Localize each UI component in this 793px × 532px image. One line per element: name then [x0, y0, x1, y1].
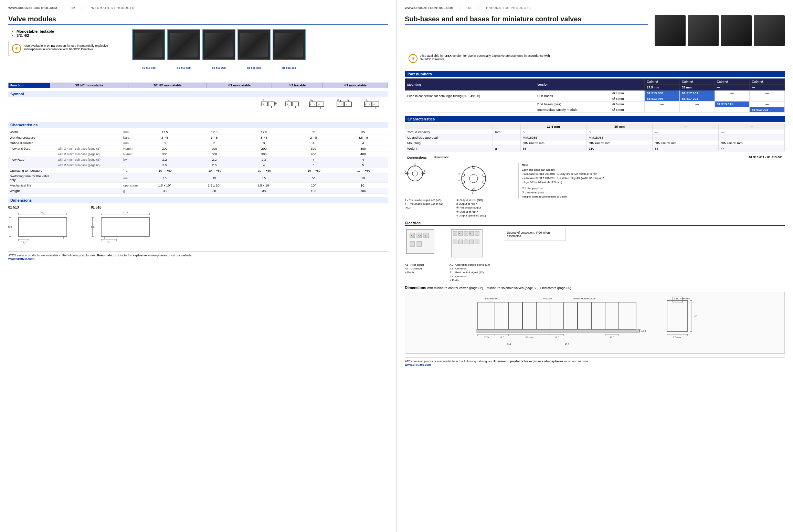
- svg-rect-132: [564, 302, 578, 330]
- char-row-switch: Switching time for the valve only ms 15 …: [8, 173, 388, 183]
- svg-point-90: [472, 189, 475, 191]
- pn-empty-2: [637, 96, 645, 102]
- dims-section-left: Dimensions 81 513 51,5: [8, 197, 388, 246]
- dims-81513: 81 513 51,5 35,5: [8, 205, 84, 246]
- dims-title-bold: Dimensions: [405, 286, 426, 290]
- svg-point-84: [469, 174, 478, 183]
- port-note-2: ③ 2 Exhaust ports: [522, 191, 608, 195]
- char-unit-width: mm: [122, 129, 140, 135]
- char-sub-temp: [56, 168, 122, 173]
- elec-rl-3: A1 - Rest control signal (12): [450, 270, 490, 274]
- characteristics-section: Characteristics Width mm: [8, 122, 388, 194]
- rc-mounting-1: DIN rail 35 mm: [520, 140, 586, 146]
- footer-url-right[interactable]: www.crouzet.com: [405, 363, 431, 366]
- char-unit-switch: ms: [122, 173, 140, 183]
- svg-text:②: ②: [458, 172, 460, 175]
- char-row-fr1: Flow Rate with Ø 4 mm sub-base (page 63)…: [8, 157, 388, 162]
- footer-left: ATEX version products are available in t…: [8, 251, 388, 260]
- footer-bold1-r: Pneumatic products for explosive atmosph…: [494, 360, 563, 363]
- electrical-section: Electrical A1 A2 ⏚: [405, 221, 785, 282]
- svg-rect-116: [475, 240, 479, 244]
- chars-title-right: Characteristics: [405, 116, 785, 122]
- char-val-fr1-4: 4: [289, 157, 338, 162]
- svg-text:35: 35: [107, 241, 110, 244]
- product-img-1: [132, 29, 165, 60]
- svg-rect-139: [476, 330, 639, 332]
- degree-label: Degree of protection : IP20 when assembl…: [507, 231, 563, 238]
- pn-val-2-3: —: [715, 96, 750, 102]
- elec-diag-left: A1 A2 ⏚ A1 - Pilot signal A2 - Common ⏚ …: [405, 228, 443, 275]
- right-img-1: [655, 15, 686, 46]
- svg-text:1: 1: [341, 103, 342, 106]
- char-val-f1-1: 200: [140, 146, 189, 151]
- elec-title: Electrical: [405, 221, 785, 226]
- svg-rect-129: [522, 302, 536, 330]
- char-val-sw-2: 15: [190, 173, 239, 183]
- bullet-list: Monostable, bistable 3/2, 4/2: [8, 29, 125, 38]
- svg-text:51,5: 51,5: [123, 211, 128, 214]
- char-sub-pressure: [56, 135, 122, 140]
- part-num-2: 81 513 600: [177, 66, 191, 70]
- char-val-f1-2: 200: [190, 146, 239, 151]
- rc-th-v3: —: [653, 124, 719, 129]
- rc-row-ul: UL and cUL approval MM15085 MM15085 — —: [405, 135, 785, 140]
- char-val-fr1-2: 2.2: [190, 157, 239, 162]
- svg-rect-128: [509, 302, 522, 330]
- svg-text:End bases: End bases: [485, 297, 498, 300]
- char-label-flow: Flow at 6 bars: [8, 146, 56, 151]
- product-img-4: [237, 29, 271, 60]
- char-val-o-4: 4: [289, 140, 338, 146]
- atex-box-left: ⑧ Also available in ATEX version for use…: [8, 41, 125, 56]
- pn-th-empty2: [637, 79, 645, 91]
- rc-ul-4: —: [719, 135, 785, 140]
- right-main-title: Sub-bases and end bases for miniature co…: [405, 15, 648, 25]
- pn-size-6mm-3: Ø 6 mm: [610, 107, 637, 113]
- pn-val-1-1: 81 513 060: [645, 91, 680, 96]
- svg-text:1: 1: [472, 164, 473, 167]
- char-label-mech: Mechanical life: [8, 183, 56, 188]
- char-val-p-2: 3→8: [190, 135, 239, 140]
- func-col-label: Function: [9, 83, 50, 88]
- char-sub-width: [56, 129, 122, 135]
- left-section: PNEUMATICS PRODUCTS: [89, 6, 134, 10]
- rc-mounting-3: DIN rail 35 mm: [653, 140, 719, 146]
- pn-label-push: Push-in connection for semi-rigid tubing…: [405, 91, 535, 102]
- elec-right-labels: A1 - Operating control signal (14) A2 - …: [450, 263, 490, 282]
- pn-empty-4: [637, 107, 645, 113]
- char-val-sw-1: 15: [140, 173, 189, 183]
- elec-rl-2: A2 - Common: [450, 267, 490, 270]
- symbol-label: Symbol: [8, 91, 388, 97]
- rc-torque-label: Torque capacity: [405, 129, 493, 135]
- char-label-switch: Switching time for the valve only: [8, 173, 56, 183]
- char-sub-mech: [56, 183, 122, 188]
- connections-label: Connections: [405, 155, 432, 160]
- pn-val-2-4: —: [750, 96, 785, 102]
- pn-val-1-3: —: [715, 91, 750, 96]
- svg-rect-131: [550, 302, 564, 330]
- dims-81516-diagram: 51,5 35,2 35: [91, 211, 167, 245]
- part-num-5: 81 516 100: [282, 66, 296, 70]
- svg-text:17.5: 17.5: [484, 336, 489, 339]
- product-3: 81 513 200: [202, 29, 235, 70]
- char-val-sw-4: 50: [289, 173, 338, 183]
- char-val-t-4: -10 → +50: [289, 168, 338, 173]
- pneu-svg-left: 2 4 1: [405, 163, 443, 198]
- char-val-width-5: 35: [338, 129, 388, 135]
- right-page-num: 63: [468, 6, 472, 10]
- pn-val-4-1: —: [645, 107, 680, 113]
- svg-text:t2: t2: [347, 99, 349, 102]
- char-sub-orifice: [56, 140, 122, 146]
- elec-ll-1: A1 - Pilot signal: [405, 263, 443, 267]
- port-note-1: ② 2 Supply ports: [522, 187, 608, 191]
- pneumatic-label: Pneumatic: [432, 155, 460, 160]
- svg-text:Ø 4: Ø 4: [507, 343, 511, 346]
- bullet-2: 3/2, 4/2: [12, 33, 125, 38]
- rc-weight-4: 44: [719, 146, 785, 151]
- footer-url-left[interactable]: www.crouzet.com: [8, 257, 34, 260]
- pn-val-4-4: 81 513 001: [750, 107, 785, 113]
- pn-val-2-2: 81 517 201: [679, 96, 715, 102]
- footer-text1: ATEX version products are available in t…: [8, 254, 97, 257]
- atex-text-right: Also available in ATEX version for use i…: [420, 54, 559, 61]
- elec-rl-1: A1 - Operating control signal (14): [450, 263, 490, 267]
- char-val-m-1: 1.5 x 10⁷: [140, 183, 189, 188]
